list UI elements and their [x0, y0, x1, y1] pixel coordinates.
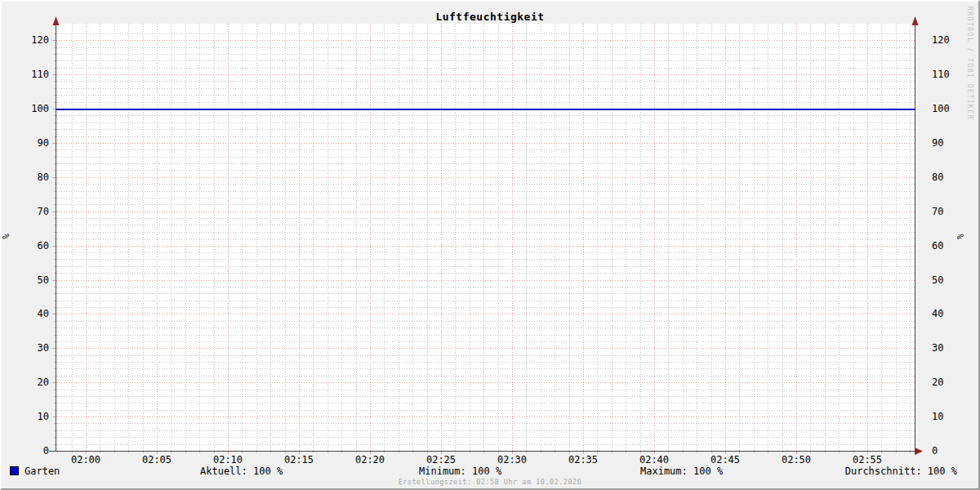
y-tick-label-right: 120 — [932, 34, 966, 46]
rrdtool-graph: Luftfeuchtigkeit RRDTOOL / TOBI OETIKER … — [0, 0, 980, 490]
x-tick-label: 02:40 — [630, 454, 679, 466]
y-tick-label-left: 120 — [15, 34, 49, 46]
creation-time: Erstellungszeit: 02:58 Uhr am 10.02.2026 — [2, 478, 978, 486]
y-tick-label-right: 100 — [932, 103, 966, 114]
y-tick-label-left: 80 — [15, 172, 49, 183]
y-tick-label-right: 10 — [932, 411, 966, 422]
y-tick-label-left: 100 — [15, 103, 49, 114]
y-tick-label-right: 30 — [932, 342, 966, 354]
y-tick-label-right: 50 — [932, 274, 966, 286]
y-tick-label-right: 80 — [932, 172, 966, 183]
y-axis-unit-right: % — [955, 234, 965, 239]
x-tick-label: 02:35 — [559, 454, 608, 466]
x-tick-label: 02:00 — [61, 454, 110, 466]
y-tick-label-left: 10 — [15, 411, 49, 422]
y-tick-label-right: 60 — [932, 240, 966, 252]
graph-title: Luftfeuchtigkeit — [2, 11, 978, 23]
legend-stat-minimum: Minimum: 100 % — [419, 465, 501, 478]
y-tick-label-right: 90 — [932, 137, 966, 149]
y-tick-label-left: 70 — [15, 206, 49, 217]
x-tick-label: 02:45 — [701, 454, 750, 466]
x-tick-label: 02:20 — [345, 454, 394, 466]
legend-stat-aktuell: Aktuell: 100 % — [200, 465, 283, 478]
x-tick-label: 02:50 — [772, 454, 821, 466]
series-color-swatch — [10, 466, 19, 475]
series-name: Garten — [24, 465, 60, 478]
plot-area — [2, 2, 978, 488]
y-tick-label-left: 60 — [15, 240, 49, 252]
x-tick-label: 02:05 — [132, 454, 181, 466]
y-tick-label-left: 110 — [15, 69, 49, 80]
x-tick-label: 02:10 — [203, 454, 252, 466]
legend-stat-durchschnitt: Durchschnitt: 100 % — [845, 465, 957, 478]
x-tick-label: 02:30 — [488, 454, 537, 466]
y-tick-label-left: 90 — [15, 137, 49, 149]
y-tick-label-left: 0 — [15, 445, 49, 457]
y-tick-label-left: 40 — [15, 308, 49, 319]
y-tick-label-left: 20 — [15, 376, 49, 388]
y-tick-label-left: 50 — [15, 274, 49, 286]
y-tick-label-left: 30 — [15, 342, 49, 354]
y-tick-label-right: 110 — [932, 69, 966, 80]
y-tick-label-right: 20 — [932, 376, 966, 388]
legend-stat-maximum: Maximum: 100 % — [640, 465, 723, 478]
y-tick-label-right: 70 — [932, 206, 966, 217]
x-tick-label: 02:55 — [843, 454, 892, 466]
y-axis-unit-left: % — [1, 234, 11, 239]
x-tick-label: 02:25 — [416, 454, 466, 466]
x-tick-label: 02:15 — [274, 454, 323, 466]
rrdtool-watermark: RRDTOOL / TOBI OETIKER — [966, 7, 973, 120]
y-tick-label-right: 40 — [932, 308, 966, 319]
legend: Garten Aktuell: 100 %Minimum: 100 %Maxim… — [2, 465, 980, 478]
y-tick-label-right: 0 — [932, 445, 966, 457]
